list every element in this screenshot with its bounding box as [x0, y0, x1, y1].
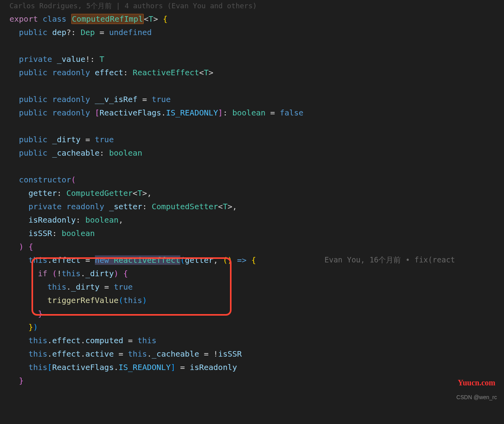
code-line[interactable]: this.effect = new ReactiveEffect(getter,… — [9, 253, 504, 267]
code-line[interactable]: }) — [9, 320, 504, 334]
code-line[interactable]: private readonly _setter: ComputedSetter… — [9, 200, 504, 213]
code-line[interactable]: isSSR: boolean — [9, 227, 504, 240]
watermark-yuucn: Yuucn.com — [458, 376, 495, 389]
code-line[interactable]: constructor( — [9, 173, 504, 186]
code-line[interactable]: public readonly __v_isRef = true — [9, 93, 504, 106]
code-line[interactable]: public dep?: Dep = undefined — [9, 26, 504, 39]
code-line[interactable]: isReadonly: boolean, — [9, 213, 504, 227]
git-blame-inline: Evan You, 16个月前 • fix(react — [324, 253, 455, 266]
code-line[interactable]: triggerRefValue(this) — [9, 294, 504, 307]
code-line[interactable]: this.effect.computed = this — [9, 334, 504, 347]
code-line[interactable]: this[ReactiveFlags.IS_READONLY] = isRead… — [9, 361, 504, 374]
code-line[interactable]: if (!this._dirty) { — [9, 267, 504, 280]
code-line[interactable]: ) { — [9, 240, 504, 253]
class-name-highlight: ComputedRefImpl — [71, 14, 144, 24]
git-blame-top: Carlos Rodrigues, 5个月前 | 4 authors (Evan… — [9, 0, 504, 12]
code-line[interactable]: getter: ComputedGetter<T>, — [9, 186, 504, 200]
code-line[interactable]: this._dirty = true — [9, 280, 504, 294]
code-line[interactable]: } — [9, 374, 504, 387]
code-line[interactable]: this.effect.active = this._cacheable = !… — [9, 347, 504, 361]
code-line[interactable]: public readonly [ReactiveFlags.IS_READON… — [9, 106, 504, 119]
code-line[interactable]: public _cacheable: boolean — [9, 146, 504, 160]
code-line[interactable]: export class ComputedRefImpl<T> { — [9, 12, 504, 26]
watermark-csdn: CSDN @wen_rc — [456, 393, 497, 402]
code-line[interactable]: private _value!: T — [9, 52, 504, 66]
code-line[interactable]: public _dirty = true — [9, 133, 504, 146]
code-line[interactable]: } — [9, 307, 504, 320]
code-line[interactable]: public readonly effect: ReactiveEffect<T… — [9, 66, 504, 79]
code-editor[interactable]: Carlos Rodrigues, 5个月前 | 4 authors (Evan… — [0, 0, 504, 387]
